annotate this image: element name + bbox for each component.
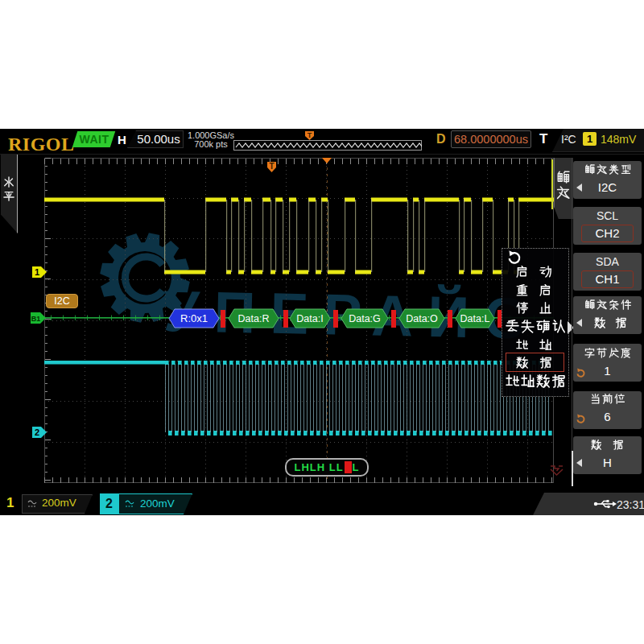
svg-text:R:0x1: R:0x1 <box>180 312 208 324</box>
svg-text:T: T <box>269 162 274 171</box>
svg-text:B1: B1 <box>31 315 41 323</box>
svg-text:T: T <box>308 131 312 139</box>
svg-text:Data:R: Data:R <box>238 313 270 324</box>
svg-text:2: 2 <box>35 427 39 437</box>
svg-text:Data:G: Data:G <box>349 313 381 324</box>
svg-text:Data:O: Data:O <box>406 313 438 324</box>
svg-text:1: 1 <box>35 267 39 277</box>
svg-text:Data:L: Data:L <box>460 313 490 324</box>
svg-text:Data:I: Data:I <box>296 313 323 324</box>
